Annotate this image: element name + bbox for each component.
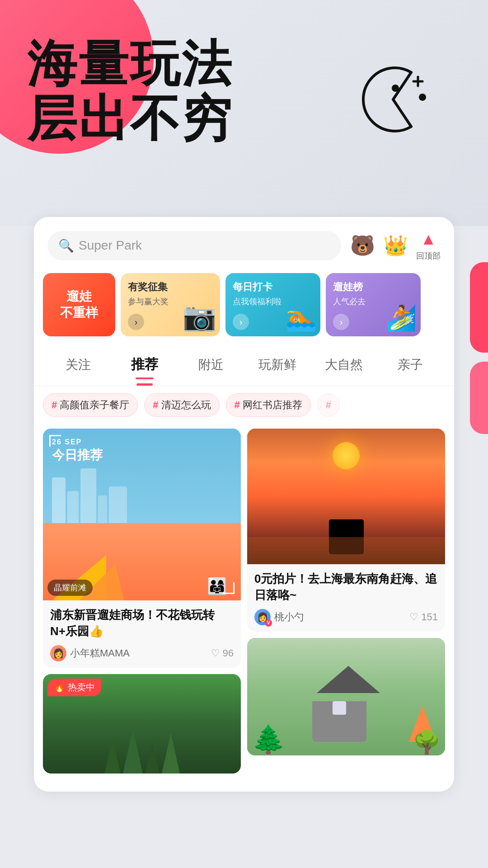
hot-badge: 🔥 热卖中 (47, 679, 101, 696)
tab-daziran[interactable]: 大自然 (310, 352, 377, 378)
tag-row: # 高颜值亲子餐厅 # 清迈怎么玩 # 网红书店推荐 # (34, 386, 454, 424)
tab-active-indicator (136, 383, 153, 386)
tag-1-text: 高颜值亲子餐厅 (60, 398, 129, 412)
card-1-footer: 👩 小年糕MAMA ♡ 96 (50, 645, 234, 661)
card-2-author: 👩 V 桃小勺 (254, 609, 304, 625)
tab-wanxinxian[interactable]: 玩新鲜 (244, 352, 310, 378)
house-window (333, 701, 346, 715)
tag-4-overflow: # (317, 393, 340, 417)
crown-button[interactable]: 👑 (383, 236, 408, 255)
tag-3-text: 网红书店推荐 (243, 398, 302, 412)
house-body (312, 701, 366, 742)
card-1-author-name: 小年糕MAMA (70, 646, 130, 660)
card-house[interactable]: 🌲 🌳 (247, 638, 445, 755)
banner-3-content: 每日打卡 点我领福利啦 (225, 273, 320, 307)
card-1-likes: ♡ 96 (211, 647, 234, 659)
card-1-heart-icon: ♡ (211, 647, 220, 659)
tag-3-hash: # (235, 399, 240, 411)
tag-1-hash: # (52, 399, 57, 411)
banner-4-content: 遛娃榜 人气必去 (326, 273, 421, 307)
content-col-right: 👨‍👧 0元拍片！去上海最东南角赶海、追日落咯~ 👩 (247, 429, 445, 774)
svg-point-3 (419, 94, 426, 101)
content-grid: 👨‍👩‍👧 26 SEP 今日推荐 晶耀前滩 (34, 424, 454, 778)
top-arrow-icon: ▲ (420, 230, 436, 249)
bear-emoji: 🐻 (350, 236, 375, 255)
tag-2[interactable]: # 清迈怎么玩 (144, 393, 219, 417)
hero-title-2: 层出不穷 (27, 91, 233, 146)
banner-card-1[interactable]: 遛娃不重样 (43, 273, 115, 336)
tab-guanzhu[interactable]: 关注 (45, 352, 111, 378)
tag-1[interactable]: # 高颜值亲子餐厅 (43, 393, 138, 417)
card-3-img-bg: 🌲 🌳 (247, 638, 445, 755)
hero-title-1: 海量玩法 (27, 36, 233, 91)
card-2-avatar-wrapper: 👩 V (254, 609, 271, 625)
svg-point-0 (392, 85, 399, 92)
water-reflection (247, 537, 445, 564)
tree-right: 🌳 (413, 729, 441, 755)
hot-badge-text: 热卖中 (68, 681, 95, 693)
house-roof (317, 666, 380, 693)
tree-left: 🌲 (252, 723, 286, 755)
card-2-image: 👨‍👧 (247, 429, 445, 564)
banner-card-4[interactable]: 遛娃榜 人气必去 › 🏄 (326, 273, 421, 336)
banner-row: 遛娃不重样 有奖征集 参与赢大奖 › 📷 每日打卡 点我领福利啦 › 🏊 遛娃榜 (34, 269, 454, 344)
card-sunset-photo[interactable]: 👨‍👧 0元拍片！去上海最东南角赶海、追日落咯~ 👩 (247, 429, 445, 632)
pacman-icon (352, 63, 434, 136)
nav-tabs: 关注 推荐 附近 玩新鲜 大自然 亲子 (34, 344, 454, 386)
card-2-info: 0元拍片！去上海最东南角赶海、追日落咯~ 👩 V 桃小勺 (247, 564, 445, 632)
card-1-img-bg: 👨‍👩‍👧 26 SEP 今日推荐 晶耀前滩 (43, 429, 241, 600)
card-1-image: 👨‍👩‍👧 26 SEP 今日推荐 晶耀前滩 (43, 429, 241, 600)
hero-section: 海量玩法 层出不穷 (0, 0, 488, 226)
fire-icon: 🔥 (54, 682, 65, 693)
card-1-author: 👩 小年糕MAMA (50, 645, 130, 661)
card-1-location: 晶耀前滩 (47, 580, 93, 596)
right-decoration (461, 262, 488, 443)
banner-card-3[interactable]: 每日打卡 点我领福利啦 › 🏊 (225, 273, 320, 336)
banner-card-2[interactable]: 有奖征集 参与赢大奖 › 📷 (121, 273, 220, 336)
search-bar[interactable]: 🔍 Super Park (47, 231, 341, 260)
banner-2-arrow: › (128, 314, 144, 330)
banner-2-image: 📷 (183, 301, 216, 333)
card-hot-img: 🔥 热卖中 (43, 674, 241, 774)
top-button-label: 回顶部 (416, 250, 441, 261)
app-card: 🔍 Super Park 🐻 👑 ▲ 回顶部 遛娃不重样 有奖征集 参与赢大 (34, 217, 454, 792)
card-1-info: 浦东新晋遛娃商场！不花钱玩转N+乐园👍 👩 小年糕MAMA ♡ 96 (43, 600, 241, 668)
bracket-tl (49, 435, 61, 447)
banner-2-title: 有奖征集 (128, 280, 213, 294)
banner-4-image: 🏄 (386, 303, 417, 333)
tab-tuijian[interactable]: 推荐 (111, 351, 178, 378)
tag-2-hash: # (153, 399, 158, 411)
crown-emoji: 👑 (383, 236, 408, 255)
card-1-avatar: 👩 (50, 645, 66, 661)
deco-red-top (470, 262, 488, 353)
verified-badge: V (265, 619, 272, 627)
card-2-heart-icon: ♡ (409, 611, 418, 623)
search-area: 🔍 Super Park 🐻 👑 ▲ 回顶部 (34, 217, 454, 269)
search-icon: 🔍 (58, 238, 74, 253)
banner-4-arrow: › (333, 314, 349, 330)
top-button[interactable]: ▲ 回顶部 (416, 230, 441, 261)
card-2-like-count: 151 (421, 611, 438, 623)
card-2-author-name: 桃小勺 (274, 610, 304, 624)
card-1-like-count: 96 (223, 647, 234, 659)
tag-2-text: 清迈怎么玩 (161, 398, 211, 412)
buildings (52, 468, 232, 532)
card-today-recommendation[interactable]: 👨‍👩‍👧 26 SEP 今日推荐 晶耀前滩 (43, 429, 241, 668)
banner-3-image: 🏊 (286, 303, 317, 333)
card-2-img-bg: 👨‍👧 (247, 429, 445, 564)
house-structure (312, 666, 380, 742)
deco-red-bottom (470, 362, 488, 434)
tag-3[interactable]: # 网红书店推荐 (226, 393, 311, 417)
card-2-footer: 👩 V 桃小勺 ♡ 151 (254, 609, 438, 625)
banner-4-title: 遛娃榜 (333, 280, 413, 294)
banner-3-arrow: › (233, 314, 249, 330)
card-2-title: 0元拍片！去上海最东南角赶海、追日落咯~ (254, 571, 438, 604)
bear-button[interactable]: 🐻 (350, 236, 375, 255)
tab-fujin[interactable]: 附近 (178, 352, 244, 378)
hero-text-block: 海量玩法 层出不穷 (27, 36, 233, 146)
tab-qinzi[interactable]: 亲子 (377, 352, 443, 378)
header-icons: 🐻 👑 ▲ 回顶部 (350, 230, 441, 261)
banner-1-text: 遛娃不重样 (54, 281, 104, 329)
card-hot-sale[interactable]: 🔥 热卖中 (43, 674, 241, 774)
card-2-likes: ♡ 151 (409, 611, 438, 623)
